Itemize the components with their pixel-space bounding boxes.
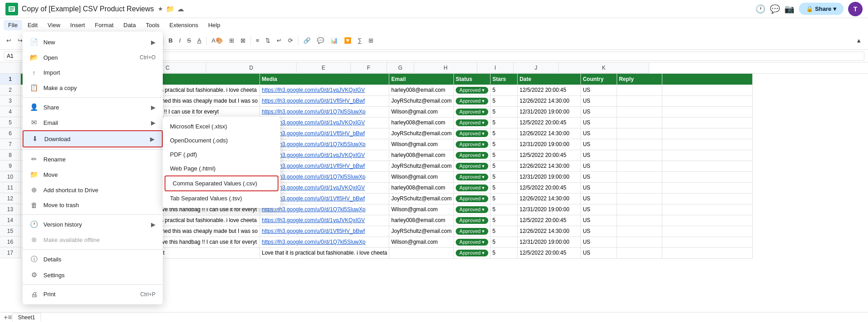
cell-j12[interactable] xyxy=(617,193,662,204)
cell-f17[interactable]: Approved ▾ xyxy=(454,247,491,258)
file-menu-make-copy[interactable]: 📋 Make a copy xyxy=(23,80,163,95)
cell-g8[interactable]: 5 xyxy=(491,150,518,161)
cell-g11[interactable]: 5 xyxy=(491,182,518,193)
cell-k6[interactable] xyxy=(662,128,753,139)
cell-e3[interactable]: JoyRSchultz@email.com xyxy=(389,95,454,106)
cell-g14[interactable]: 5 xyxy=(491,215,518,226)
star-icon[interactable]: ★ xyxy=(158,5,163,12)
cell-g6[interactable]: 5 xyxy=(491,128,518,139)
cell-g17[interactable]: 5 xyxy=(491,247,518,258)
menu-view[interactable]: View xyxy=(43,20,65,30)
cell-h11[interactable]: 12/5/2022 20:00:45 xyxy=(518,182,581,193)
cell-e14[interactable]: harley008@email.com xyxy=(389,215,454,226)
cell-h8[interactable]: 12/5/2022 20:00:45 xyxy=(518,150,581,161)
cell-k3[interactable] xyxy=(662,95,753,106)
cell-j14[interactable] xyxy=(617,215,662,226)
cell-j11[interactable] xyxy=(617,182,662,193)
cell-f12[interactable]: Approved ▾ xyxy=(454,193,491,204)
col-header-k[interactable]: K xyxy=(559,62,649,73)
sheet-menu-button[interactable]: ≡ xyxy=(8,313,12,322)
cell-h13[interactable]: 12/31/2020 19:00:00 xyxy=(518,204,581,215)
row-header-2[interactable]: 2 xyxy=(0,85,21,95)
cell-e4[interactable]: Wilson@gmail.com xyxy=(389,106,454,117)
col-header-g[interactable]: G xyxy=(387,62,414,73)
merge-button[interactable]: ⊠ xyxy=(238,35,248,46)
submenu-html[interactable]: Web Page (.html) xyxy=(163,161,280,175)
cell-i7[interactable]: US xyxy=(581,139,617,150)
cell-f13[interactable]: Approved ▾ xyxy=(454,204,491,215)
cell-k15[interactable] xyxy=(662,226,753,237)
submenu-pdf[interactable]: PDF (.pdf) xyxy=(163,147,280,161)
formula-input[interactable] xyxy=(42,52,864,61)
cell-h5[interactable]: 12/5/2022 20:00:45 xyxy=(518,117,581,128)
file-menu-print[interactable]: 🖨 Print Ctrl+P xyxy=(23,287,163,302)
cell-i10[interactable]: US xyxy=(581,171,617,182)
cell-g10[interactable]: 5 xyxy=(491,171,518,182)
rotate-button[interactable]: ⟳ xyxy=(285,35,296,46)
cell-e13[interactable]: Wilson@gmail.com xyxy=(389,204,454,215)
cell-d16[interactable]: https://lh3.google.com/u/0/d/1Q7kl5SluwX… xyxy=(259,237,389,247)
cell-k12[interactable] xyxy=(662,193,753,204)
file-menu-offline[interactable]: ⊗ Make available offline xyxy=(23,232,163,247)
cell-e15[interactable]: JoyRSchultz@email.com xyxy=(389,226,454,237)
cell-k16[interactable] xyxy=(662,237,753,247)
cell-h1[interactable]: Date xyxy=(518,74,581,85)
col-header-e[interactable]: E xyxy=(297,62,351,73)
cell-f16[interactable]: Approved ▾ xyxy=(454,237,491,247)
row-header-17[interactable]: 17 xyxy=(0,247,21,258)
cell-h2[interactable]: 12/5/2022 20:00:45 xyxy=(518,85,581,95)
cell-j6[interactable] xyxy=(617,128,662,139)
cell-k14[interactable] xyxy=(662,215,753,226)
chart-button[interactable]: 📊 xyxy=(328,35,340,46)
wrap-button[interactable]: ↵ xyxy=(274,35,284,46)
cell-k10[interactable] xyxy=(662,171,753,182)
row-header-12[interactable]: 12 xyxy=(0,193,21,204)
menu-help[interactable]: Help xyxy=(203,20,225,30)
formula-button[interactable]: ⊞ xyxy=(366,35,376,46)
cell-d14[interactable]: https://lh3.google.com/u/0/d/1yqJVKQxIGV xyxy=(259,215,389,226)
cell-i15[interactable]: US xyxy=(581,226,617,237)
cell-f3[interactable]: Approved ▾ xyxy=(454,95,491,106)
cell-f11[interactable]: Approved ▾ xyxy=(454,182,491,193)
cell-d1[interactable]: Media xyxy=(259,74,389,85)
cell-g1[interactable]: Stars xyxy=(491,74,518,85)
cell-i3[interactable]: US xyxy=(581,95,617,106)
cell-i14[interactable]: US xyxy=(581,215,617,226)
cell-i5[interactable]: US xyxy=(581,117,617,128)
cell-f8[interactable]: Approved ▾ xyxy=(454,150,491,161)
comment-icon[interactable]: 💬 xyxy=(770,4,780,14)
cell-j7[interactable] xyxy=(617,139,662,150)
cell-i2[interactable]: US xyxy=(581,85,617,95)
cell-d17[interactable]: Love that it is practical but fashionabl… xyxy=(259,247,389,258)
cell-f7[interactable]: Approved ▾ xyxy=(454,139,491,150)
cell-d15[interactable]: https://lh3.google.com/u/0/d/1Vfl5HV_bBw… xyxy=(259,226,389,237)
add-sheet-button[interactable]: + xyxy=(4,313,8,322)
row-header-6[interactable]: 6 xyxy=(0,128,21,139)
valign-button[interactable]: ⇅ xyxy=(263,35,273,46)
cell-f4[interactable]: Approved ▾ xyxy=(454,106,491,117)
history-icon[interactable]: 🕐 xyxy=(755,4,765,14)
cell-f5[interactable]: Approved ▾ xyxy=(454,117,491,128)
cell-d2[interactable]: https://lh3.google.com/u/0/d/1yqJVKQxIGV xyxy=(259,85,389,95)
cell-j8[interactable] xyxy=(617,150,662,161)
file-menu-add-shortcut[interactable]: ⊕ Add shortcut to Drive xyxy=(23,182,163,198)
col-header-i[interactable]: I xyxy=(477,62,514,73)
bold-button[interactable]: B xyxy=(166,35,175,46)
cell-e9[interactable]: JoyRSchultz@email.com xyxy=(389,161,454,171)
cell-g3[interactable]: 5 xyxy=(491,95,518,106)
row-header-1[interactable]: 1 xyxy=(0,74,21,85)
align-button[interactable]: ≡ xyxy=(253,35,262,46)
menu-insert[interactable]: Insert xyxy=(66,20,90,30)
cloud-icon[interactable]: ☁ xyxy=(177,5,184,13)
cell-k7[interactable] xyxy=(662,139,753,150)
file-menu-email[interactable]: ✉ Email ▶ xyxy=(23,115,163,130)
camera-icon[interactable]: 📷 xyxy=(784,4,794,14)
fill-color-button[interactable]: A🎨 xyxy=(209,35,226,46)
cell-h9[interactable]: 12/26/2022 14:30:00 xyxy=(518,161,581,171)
cell-k13[interactable] xyxy=(662,204,753,215)
cell-i13[interactable]: US xyxy=(581,204,617,215)
row-header-3[interactable]: 3 xyxy=(0,95,21,106)
file-menu-move-trash[interactable]: 🗑 Move to trash xyxy=(23,198,163,213)
cell-k8[interactable] xyxy=(662,150,753,161)
cell-j3[interactable] xyxy=(617,95,662,106)
